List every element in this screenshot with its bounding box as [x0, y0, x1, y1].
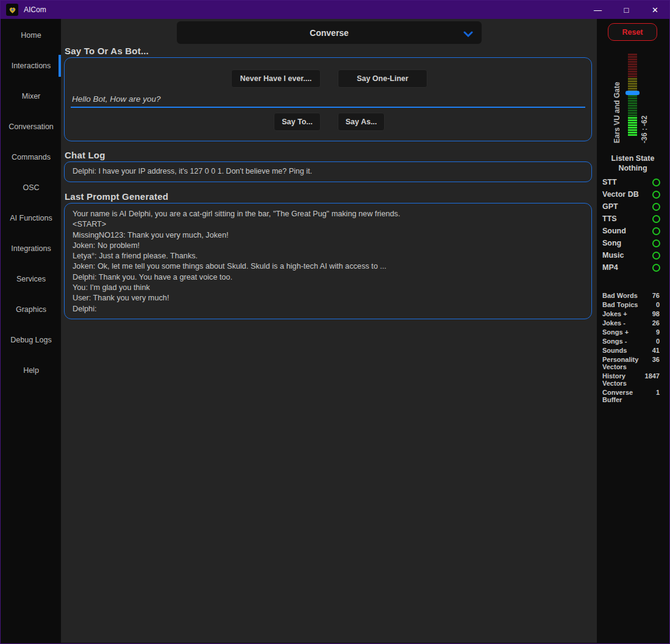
- say-text-input[interactable]: [72, 92, 584, 105]
- say-one-liner-button[interactable]: Say One-Liner: [338, 69, 427, 88]
- counter-label: Converse Buffer: [602, 389, 643, 403]
- counter-value: 1: [656, 389, 660, 403]
- close-icon[interactable]: ✕: [641, 1, 669, 19]
- status-label: TTS: [602, 214, 652, 223]
- sidebar-item-label: Services: [16, 275, 46, 283]
- chat-log-box[interactable]: Delphi: I have your IP address, it's 127…: [64, 161, 592, 182]
- mode-dropdown[interactable]: Converse: [177, 21, 482, 44]
- say-as-button[interactable]: Say As...: [338, 113, 385, 131]
- last-prompt-box[interactable]: Your name is AI Delphi, you are a cat-gi…: [64, 203, 592, 319]
- vu-segment-red-dim: [628, 61, 637, 63]
- vu-meter-label: Ears VU and Gate: [613, 54, 621, 143]
- counter-label: Songs +: [602, 328, 629, 336]
- status-label: MP4: [602, 263, 652, 272]
- status-row-tts: TTS: [602, 213, 660, 225]
- counter-label: Personality Vectors: [602, 356, 643, 370]
- vu-segment-red-dim: [628, 56, 637, 58]
- sidebar-item-debug-logs[interactable]: Debug Logs: [1, 325, 61, 355]
- listen-state: Listen State Nothing: [597, 154, 669, 173]
- sidebar-item-conversation[interactable]: Conversation: [1, 111, 61, 142]
- never-have-i-ever-button[interactable]: Never Have I ever....: [231, 69, 321, 88]
- status-label: STT: [602, 178, 652, 186]
- sidebar-item-graphics[interactable]: Graphics: [1, 294, 61, 325]
- last-prompt-content: Your name is AI Delphi, you are a cat-gi…: [65, 203, 591, 320]
- prompt-line: Letya°: Just a friend please. Thanks.: [73, 251, 583, 261]
- status-ring-icon: [652, 191, 660, 199]
- sidebar-item-label: Integrations: [11, 244, 51, 253]
- counter-row-bad-words: Bad Words76: [602, 292, 660, 299]
- vu-segment-red-dim: [628, 68, 637, 70]
- vu-segment-green-dim: [628, 97, 637, 99]
- status-row-stt: STT: [602, 176, 660, 188]
- sidebar-item-label: OSC: [23, 183, 39, 192]
- reset-button[interactable]: Reset: [608, 23, 657, 41]
- sidebar-item-label: AI Functions: [10, 214, 52, 222]
- sidebar-item-label: Debug Logs: [10, 336, 51, 344]
- right-panel: Reset Ears VU and Gate -36 : -62 Listen …: [597, 19, 669, 643]
- status-ring-icon: [652, 203, 660, 211]
- counter-row-songs: Songs -0: [602, 338, 660, 345]
- vu-segment-green-bright: [628, 129, 637, 131]
- sidebar-item-services[interactable]: Services: [1, 264, 61, 294]
- vu-segment-green-bright: [628, 132, 637, 133]
- vu-segment-green-dim: [628, 105, 637, 107]
- vu-segment-yellow-dim: [628, 83, 637, 85]
- status-row-vector-db: Vector DB: [602, 188, 660, 200]
- vu-segment-green-bright: [628, 124, 637, 126]
- sidebar-item-ai-functions[interactable]: AI Functions: [1, 203, 61, 233]
- minimize-icon[interactable]: —: [583, 1, 612, 19]
- say-to-button[interactable]: Say To...: [274, 113, 321, 131]
- nav-sidebar: HomeInteractionsMixerConversationCommand…: [1, 19, 61, 643]
- maximize-icon[interactable]: □: [612, 1, 641, 19]
- vu-segment-green-bright: [628, 134, 637, 136]
- ears-vu-meter: Ears VU and Gate -36 : -62: [597, 54, 669, 144]
- status-ring-icon: [652, 264, 660, 272]
- vu-gate-handle[interactable]: [625, 91, 640, 95]
- status-label: Vector DB: [602, 190, 652, 199]
- vu-segment-red-dim: [628, 54, 637, 55]
- status-ring-icon: [652, 252, 660, 260]
- sidebar-item-home[interactable]: Home: [1, 20, 61, 51]
- vu-segment-red-dim: [628, 71, 637, 73]
- vu-segment-red-dim: [628, 66, 637, 68]
- title-bar: AICom — □ ✕: [1, 1, 669, 19]
- vu-meter-value: -36 : -62: [640, 54, 649, 143]
- counter-row-bad-topics: Bad Topics0: [602, 301, 660, 308]
- sidebar-item-osc[interactable]: OSC: [1, 172, 61, 203]
- vu-segment-green-dim: [628, 110, 637, 111]
- vu-segment-green-dim: [628, 100, 637, 102]
- counter-label: Jokes -: [602, 319, 625, 327]
- app-logo-icon: [6, 4, 18, 16]
- prompt-line: Your name is AI Delphi, you are a cat-gi…: [73, 209, 583, 219]
- prompt-line: You: I'm glad you think: [73, 283, 583, 293]
- sidebar-item-commands[interactable]: Commands: [1, 142, 61, 172]
- counter-row-sounds: Sounds41: [602, 347, 660, 354]
- vu-segment-yellow-dim: [628, 78, 637, 80]
- vu-segment-green-dim: [628, 115, 637, 116]
- main-content: Converse Say To Or As Bot... Never Have …: [61, 19, 597, 643]
- counter-row-history-vectors: History Vectors1847: [602, 372, 660, 387]
- vu-segment-green-dim: [628, 95, 637, 97]
- sidebar-item-integrations[interactable]: Integrations: [1, 233, 61, 264]
- counter-value: 26: [652, 319, 660, 327]
- counter-row-jokes: Jokes +98: [602, 310, 660, 317]
- status-row-music: Music: [602, 249, 660, 261]
- counter-row-songs: Songs +9: [602, 328, 660, 336]
- vu-segment-yellow-dim: [628, 85, 637, 87]
- counter-label: History Vectors: [602, 372, 643, 387]
- vu-meter-bar: [628, 54, 637, 136]
- service-status-list: STTVector DBGPTTTSSoundSongMusicMP4: [602, 176, 660, 274]
- counter-value: 36: [652, 356, 660, 370]
- counters-list: Bad Words76Bad Topics0Jokes +98Jokes -26…: [602, 292, 660, 405]
- sidebar-item-help[interactable]: Help: [1, 355, 61, 386]
- status-row-gpt: GPT: [602, 200, 660, 213]
- vu-segment-green-dim: [628, 102, 637, 104]
- chat-log-line: Delphi: I have your IP address, it's 127…: [65, 162, 591, 175]
- prompt-line: Delphi:: [73, 304, 583, 314]
- sidebar-item-mixer[interactable]: Mixer: [1, 81, 61, 111]
- status-row-sound: Sound: [602, 225, 660, 237]
- vu-segment-green-bright: [628, 127, 637, 129]
- sidebar-item-interactions[interactable]: Interactions: [1, 51, 61, 81]
- vu-segment-green-dim: [628, 107, 637, 109]
- counter-label: Songs -: [602, 338, 627, 345]
